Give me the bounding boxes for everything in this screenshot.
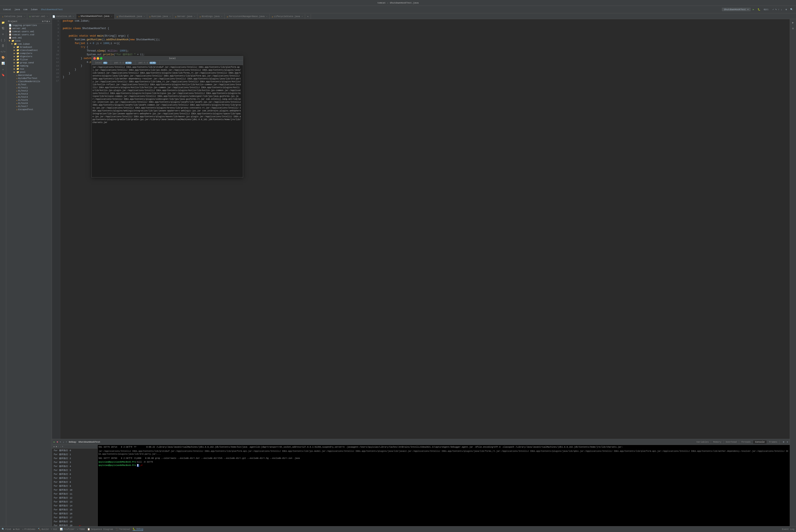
tab-frames[interactable]: Frames [767,440,780,444]
git-status[interactable]: ✓ ✎ ↑ ↓ [771,8,783,11]
tree-item[interactable]: ☕ ELTest5 [6,98,52,102]
bottom-tab-debug[interactable]: 🐛 Debug [133,528,143,531]
tree-item[interactable]: ☕ ELTest3 [6,92,52,95]
tab-persistentmanager[interactable]: ☕ PersistentManagerBase.java ✕ [225,14,270,19]
debug-toolbar-up[interactable]: ↑ [58,445,59,448]
tab-memory[interactable]: Memory [711,440,724,444]
settings-icon[interactable]: ⚙ [784,8,788,11]
tree-item[interactable]: ☕ BasicValue [6,74,52,77]
tab-variables[interactable]: Variables [694,440,711,444]
bottom-tab-git[interactable]: ⑂ Git [51,528,57,531]
tree-item[interactable]: ▶ 📁 classloadtest [6,49,52,52]
tree-item[interactable]: 📋 tomcat-users.xml [6,30,52,33]
debug-toolbar-down[interactable]: ↓ [60,445,61,448]
bookmarks-icon[interactable]: 🔖 [0,72,6,78]
debug-step-into-icon[interactable]: ↓ [63,441,64,443]
tree-item[interactable]: ▶ 📁 naming [6,64,52,67]
project-settings-icon[interactable]: ⚙ [42,20,44,23]
tab-threads[interactable]: Threads [739,440,753,444]
tab-server[interactable]: ☕ Server.java ✕ [173,14,197,19]
toolbar-java[interactable]: java [13,8,21,11]
modal-tab-pat-t-1-3[interactable]: pat-t-1 ● ⌘3 [135,61,159,65]
tree-item[interactable]: ▼ 📁 java [6,39,52,42]
tree-item[interactable]: ▶ 📁 digesterx [6,55,52,58]
tree-item[interactable]: ☕ ClassReaderUtils [6,80,52,83]
project-icon[interactable]: 📁 [0,20,6,25]
debug-run-icon[interactable]: ▶ [54,440,55,443]
tab-console[interactable]: Console [753,440,767,444]
project-expand-icon[interactable]: ⊞ [46,20,48,23]
tab-overhead[interactable]: Overhead [724,440,739,444]
tree-item[interactable]: ☕ ELTest1 [6,86,52,89]
tab-catalina-sh[interactable]: 📄 catalina.sh ✕ [50,14,76,19]
toolbar-com[interactable]: com [22,8,29,11]
tree-item[interactable]: ☕ EscapedTest [6,108,52,111]
tree-item[interactable]: 📋 tomcat-users.xsd [6,33,52,36]
tab-more[interactable]: ▾ [305,14,311,19]
right-icon-2[interactable]: ⚙ [790,26,796,31]
bottom-tab-profiler[interactable]: 📊 Profiler [60,528,75,531]
tab-server-xml[interactable]: ⊞ server.xml ✕ [27,14,50,19]
pull-requests-icon[interactable]: ⊙ [0,32,6,37]
project-sort-icon[interactable]: ≡ [44,20,46,23]
toolbar-luban[interactable]: luban [30,8,39,11]
traffic-light-green[interactable] [100,57,102,60]
toolbar-file[interactable]: ShutdownHookTest [40,8,64,11]
bottom-tab-todo[interactable]: ✓ TODO [77,528,85,531]
toolbar-tomcat[interactable]: tomcat [2,8,13,11]
debug-toolbar-stop[interactable]: ■ [56,445,57,448]
database-icon[interactable]: 🗄 [0,43,6,49]
tree-item[interactable]: ☕ ELTest6 [6,102,52,105]
tree-item[interactable]: ▶ 📁 filter [6,58,52,61]
bottom-tab-terminal[interactable]: ⬛ Terminal [116,528,130,531]
tab-shutdownhooktest[interactable]: ☕ ShutdownHookTest.java ✕ [76,14,115,19]
debug-toolbar-run[interactable]: ▶ [54,445,55,448]
structure-icon[interactable]: 🏗 [0,26,6,31]
tab-shutdownhook[interactable]: ☕ ShutdownHook.java ✕ [115,14,147,19]
modal-tab-local[interactable]: local ⌘1 [92,61,111,65]
bottom-tab-find[interactable]: 🔍 Find [2,528,11,531]
jclasslib-icon[interactable]: ☕ [0,66,6,72]
tree-item[interactable]: ▼ 📁 com.luban [6,42,52,45]
event-log-button[interactable]: Event Log [782,528,794,531]
tree-item[interactable]: ▶ 📁 group.send [6,61,52,64]
run-config[interactable]: ShutdownHookTest ▾ [722,8,751,11]
search-icon[interactable]: 🔍 [789,8,794,11]
tree-item[interactable]: 📋 web.xml [6,36,52,39]
traffic-light-red[interactable] [93,57,96,60]
debug-button[interactable]: 🐛 [756,8,762,11]
tab-runtime[interactable]: ☕ Runtime.java ✕ [147,14,173,19]
debug-right-panel[interactable]: 501 33775 29714 0 2:38下午 ?? 0:00.22 /Lib… [98,445,790,526]
tree-item[interactable]: 📄 logging.properties [6,24,52,27]
tab-bindings[interactable]: ☕ Bindings.java ✕ [197,14,225,19]
tree-item[interactable]: ☕ ByteBufferTest [6,77,52,80]
tree-item[interactable]: ☕ ELTest [6,83,52,86]
traffic-light-yellow[interactable] [97,57,99,60]
art-icon[interactable]: 🎨 [0,55,6,60]
modal-tab-pat-t-1-2[interactable]: pat-t-1 ● ⌘2 [111,61,135,65]
bottom-tab-problems[interactable]: ⚠ Problems [22,528,35,531]
tree-item[interactable]: ▶ 📁 compilerx [6,52,52,55]
tree-item[interactable]: ☕ ELTest7 [6,105,52,108]
debug-toolbar-filter[interactable]: ≡ [62,445,63,448]
debug-close-icon[interactable]: ✕ [786,440,788,443]
codes-icon[interactable]: </> [0,49,6,54]
json-parser-icon[interactable]: { } [0,37,6,43]
debug-step-out-icon[interactable]: ↑ [66,441,67,443]
big-data-icon[interactable]: 📊 [0,61,6,66]
right-icon-1[interactable]: ▶ [790,20,796,25]
debug-stop-icon[interactable]: ■ [57,441,58,443]
run-button[interactable]: ▶ [752,8,756,11]
tree-item[interactable]: ☕ ELTest2 [6,89,52,92]
bottom-tab-sequence[interactable]: 📋 Sequence Diagram [87,528,113,531]
tree-item[interactable]: ▶ 📁 broadcast [6,45,52,49]
bottom-tab-run[interactable]: ▶ Run [13,528,20,531]
tree-item[interactable]: ☕ ELTest4 [6,95,52,98]
debug-modal-content[interactable]: jar:/Applications/IntelliJ IDEA.app/Cont… [92,65,243,177]
project-close-icon[interactable]: ✕ [49,20,50,23]
debug-step-icon[interactable]: ↷ [60,440,61,443]
debug-settings-icon[interactable]: ⚙ [783,440,784,443]
tree-item[interactable]: 📋 server.xml [6,27,52,30]
tab-catalina-java[interactable]: ☕ Catalina.java ✕ [0,14,27,19]
tab-lifecyclestate[interactable]: ☕ LifecycleState.java ✕ [269,14,305,19]
